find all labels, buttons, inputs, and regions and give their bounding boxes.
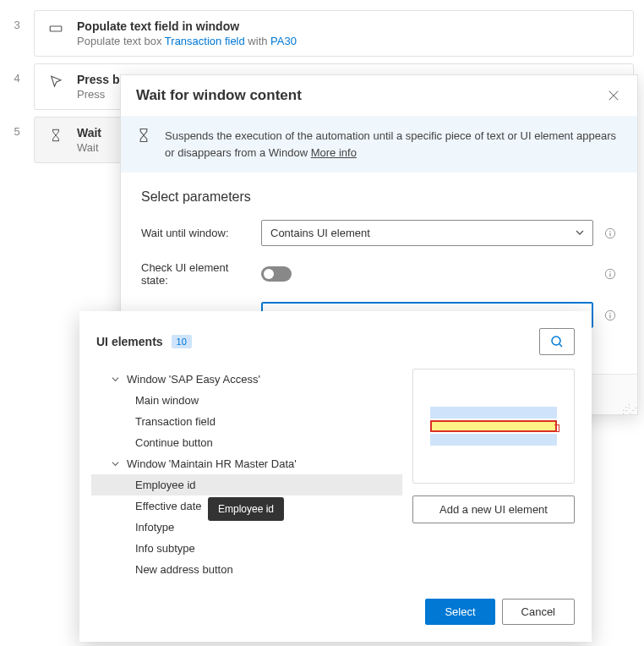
select-button[interactable]: Select	[425, 599, 494, 625]
element-preview	[412, 369, 575, 484]
svg-point-2	[609, 230, 610, 231]
tree-item-label: Continue button	[135, 436, 213, 449]
close-button[interactable]	[605, 87, 622, 104]
select-value: Contains UI element	[270, 227, 370, 239]
check-state-toggle[interactable]	[261, 266, 292, 282]
hourglass-icon	[136, 128, 153, 161]
add-ui-element-button[interactable]: Add a new UI element	[412, 495, 575, 523]
svg-point-5	[609, 271, 610, 272]
step-title: Populate text field in window	[77, 19, 621, 33]
tree-item-label: Info subtype	[135, 542, 195, 555]
param-label: Wait until window:	[141, 227, 251, 239]
desc-link[interactable]: Transaction field	[165, 35, 245, 47]
svg-rect-9	[609, 315, 610, 318]
tree-item-label: Main window	[135, 394, 199, 407]
count-badge: 10	[172, 335, 192, 348]
tree-item[interactable]: Continue button	[96, 432, 397, 453]
tree-item[interactable]: Infotype	[96, 517, 397, 538]
info-banner: Suspends the execution of the automation…	[121, 116, 637, 172]
param-row-check-state: Check UI element state:	[141, 261, 617, 287]
dialog-header: Wait for window content	[121, 75, 637, 116]
picker-title: UI elements	[96, 335, 163, 348]
step-number: 4	[0, 63, 34, 110]
desc-text: Populate text box	[77, 35, 165, 47]
svg-point-8	[609, 312, 610, 313]
ui-elements-picker: UI elements 10 Window 'SAP Easy Access' …	[79, 311, 592, 642]
tree-item[interactable]: Effective date	[96, 495, 397, 517]
cursor-icon	[46, 73, 65, 91]
svg-point-10	[552, 337, 560, 345]
dialog-title: Wait for window content	[136, 87, 302, 104]
info-text: Suspends the execution of the automation…	[165, 128, 622, 161]
tree-item[interactable]: Info subtype	[96, 538, 397, 559]
tree-item-label: Employee id	[135, 479, 196, 491]
step-description: Populate text box Transaction field with…	[77, 35, 621, 47]
svg-rect-3	[609, 233, 610, 236]
info-icon[interactable]	[603, 227, 617, 240]
hourglass-icon	[46, 126, 65, 145]
desc-text: with	[245, 35, 270, 47]
chevron-down-icon	[112, 459, 127, 469]
resize-handle[interactable]: ⋰⋰⋰	[622, 406, 636, 413]
param-row-wait-until: Wait until window: Contains UI element	[141, 220, 617, 246]
tree-group-label: Window 'SAP Easy Access'	[127, 373, 260, 386]
step-card[interactable]: Populate text field in window Populate t…	[34, 10, 634, 57]
tree-item-label: New address button	[135, 563, 233, 576]
chevron-down-icon	[576, 227, 584, 239]
section-title: Select parameters	[141, 189, 617, 205]
svg-rect-0	[50, 26, 62, 31]
textbox-icon	[46, 19, 65, 38]
tree-item[interactable]: Transaction field	[96, 411, 397, 432]
tree-group[interactable]: Window 'SAP Easy Access'	[96, 369, 397, 390]
search-button[interactable]	[539, 328, 575, 355]
step-number: 5	[0, 117, 34, 163]
info-icon[interactable]	[603, 267, 617, 281]
tree-group[interactable]: Window 'Maintain HR Master Data'	[96, 453, 397, 474]
param-label: Check UI element state:	[141, 261, 251, 287]
cancel-button[interactable]: Cancel	[502, 599, 575, 625]
step-number: 3	[0, 10, 34, 57]
search-icon	[550, 335, 564, 348]
flow-step: 3 Populate text field in window Populate…	[0, 10, 634, 57]
close-icon	[608, 90, 619, 101]
wait-until-select[interactable]: Contains UI element	[261, 220, 593, 246]
more-info-link[interactable]: More info	[311, 146, 357, 159]
tree-item[interactable]: Main window	[96, 390, 397, 411]
info-icon[interactable]	[603, 309, 617, 322]
tree-item-label: Effective date	[135, 500, 202, 512]
tree-item-selected[interactable]: Employee id	[91, 474, 402, 495]
tree-group-label: Window 'Maintain HR Master Data'	[127, 457, 297, 470]
svg-rect-6	[609, 273, 610, 276]
info-description: Suspends the execution of the automation…	[165, 129, 616, 159]
tree-item[interactable]: New address button	[96, 559, 397, 580]
chevron-down-icon	[112, 375, 127, 385]
tree-item-label: Transaction field	[135, 415, 216, 428]
ui-element-tree: Window 'SAP Easy Access' Main window Tra…	[96, 369, 397, 580]
tree-item-label: Infotype	[135, 521, 174, 534]
desc-value: PA30	[270, 35, 297, 47]
